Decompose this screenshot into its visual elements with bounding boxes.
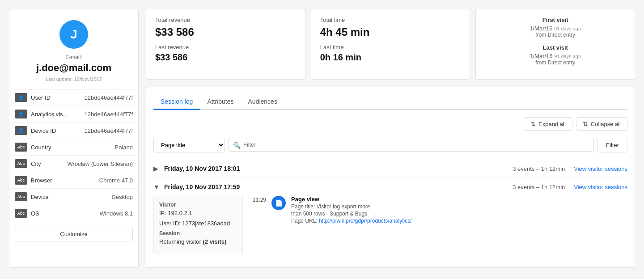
event-desc-2: than 500 rows - Support & Bugs xyxy=(291,211,627,217)
session-controls: ⇅ Expand all ⇅ Collapse all xyxy=(153,117,627,131)
total-revenue-label: Total revenue xyxy=(155,17,296,23)
last-visit-label: Last visit xyxy=(485,44,626,51)
session-label: Session xyxy=(159,230,237,237)
attr-icon-browser: Abc xyxy=(15,176,27,185)
session-header-2: ▼ Friday, 10 Nov 2017 17:59 3 events – 1… xyxy=(153,183,627,190)
event-icon-wrap: 📄 xyxy=(271,196,286,210)
collapse-all-label: Collapse all xyxy=(591,121,621,127)
attr-value-analytics-vis: 12bde46ae444f77f xyxy=(85,111,133,118)
attr-row-device-id: 👤Device ID12bde46ae444f77f xyxy=(9,123,138,139)
filter-button[interactable]: Filter xyxy=(597,138,627,152)
attr-name-city: City xyxy=(31,161,68,167)
session-events: 11:29 📄 Page view Page title: Visitor lo… xyxy=(250,196,627,254)
attr-row-country: AbcCountryPoland xyxy=(9,139,138,156)
view-sessions-link-2[interactable]: View visitor sessions xyxy=(574,184,627,190)
page-view-icon: 📄 xyxy=(275,199,283,207)
session-date-1: Friday, 10 Nov 2017 18:01 xyxy=(164,165,509,172)
avatar: J xyxy=(59,20,88,49)
customize-button[interactable]: Customize xyxy=(15,227,133,241)
last-visit-date: 1/Mar/16 91 days ago xyxy=(485,53,626,59)
attr-value-os: Windows 8.1 xyxy=(100,210,133,217)
attr-icon-device-id: 👤 xyxy=(15,126,27,135)
filter-row: Page title 🔍 Filter xyxy=(153,138,627,152)
attr-value-city: Wrocław (Lower Silesian) xyxy=(68,161,133,167)
attr-value-country: Poland xyxy=(115,144,133,151)
right-panel: Total revenue $33 586 Last revenue $33 5… xyxy=(146,9,635,268)
filter-input-wrap: 🔍 xyxy=(229,138,594,152)
attr-value-user-id: 12bde46ae444f77f xyxy=(85,94,133,101)
attr-value-device-id: 12bde46ae444f77f xyxy=(85,127,133,134)
visitor-label: Visitor xyxy=(159,202,237,208)
attr-icon-analytics-vis: 👤 xyxy=(15,110,27,118)
attr-value-device: Desktop xyxy=(111,194,133,200)
last-update: Last update: 10/Nov/2017 xyxy=(46,76,102,82)
session-meta-1: 3 events – 1h 12min xyxy=(513,165,565,172)
event-details: Page view Page title: Visitor log export… xyxy=(291,196,627,225)
email-value: j.doe@mail.com xyxy=(36,62,111,74)
attr-value-browser: Chrome 47.0 xyxy=(99,177,133,184)
first-visit-label: First visit xyxy=(485,17,626,23)
attr-name-os: OS xyxy=(31,210,100,217)
session-header-1: ▶ Friday, 10 Nov 2017 18:01 3 events – 1… xyxy=(153,165,627,172)
attr-name-user-id: User ID xyxy=(31,94,85,101)
expand-icon: ⇅ xyxy=(530,120,536,127)
visit-card: First visit 1/Mar/16 91 days ago from Di… xyxy=(475,9,635,80)
stats-row: Total revenue $33 586 Last revenue $33 5… xyxy=(146,9,635,80)
last-visit-source: from Direct entry xyxy=(485,59,626,66)
last-time-label: Last time xyxy=(320,44,461,51)
main-layout: J E-mail: j.doe@mail.com Last update: 10… xyxy=(0,0,644,277)
attr-row-os: AbcOSWindows 8.1 xyxy=(9,205,138,221)
attr-row-device: AbcDeviceDesktop xyxy=(9,189,138,205)
session-date-2: Friday, 10 Nov 2017 17:59 xyxy=(164,183,509,190)
attr-icon-country: Abc xyxy=(15,143,27,152)
collapse-all-button[interactable]: ⇅ Collapse all xyxy=(576,117,627,131)
view-sessions-link-1[interactable]: View visitor sessions xyxy=(574,165,627,172)
attr-icon-city: Abc xyxy=(15,159,27,168)
collapse-icon: ⇅ xyxy=(583,120,588,127)
session-item-2: ▼ Friday, 10 Nov 2017 17:59 3 events – 1… xyxy=(153,178,627,260)
visitor-section: Visitor IP: 192.0.2.1 User ID: 1273jste1… xyxy=(159,202,237,227)
tab-audiences[interactable]: Audiences xyxy=(241,94,284,110)
tab-session-log[interactable]: Session log xyxy=(153,94,200,110)
total-revenue-value: $33 586 xyxy=(155,26,296,38)
tab-attributes[interactable]: Attributes xyxy=(200,94,241,110)
search-icon: 🔍 xyxy=(233,142,241,149)
visitor-user-id: User ID: 1273jste1836adad xyxy=(159,220,237,227)
attr-name-browser: Browser xyxy=(31,177,99,184)
attr-row-browser: AbcBrowserChrome 47.0 xyxy=(9,172,138,189)
email-label: E-mail: xyxy=(65,54,82,60)
expand-all-button[interactable]: ⇅ Expand all xyxy=(524,117,572,131)
time-card: Total time 4h 45 min Last time 0h 16 min xyxy=(311,9,470,80)
last-revenue-label: Last revenue xyxy=(155,44,296,51)
attr-row-analytics-vis: 👤Analytics vis...12bde46ae444f77f xyxy=(9,106,138,123)
session-toggle-1[interactable]: ▶ xyxy=(153,165,161,172)
attr-name-country: Country xyxy=(31,144,115,151)
event-desc-1: Page title: Visitor log export more xyxy=(291,203,627,210)
first-visit-source: from Direct entry xyxy=(485,32,626,38)
filter-input[interactable] xyxy=(229,138,594,152)
attr-name-analytics-vis: Analytics vis... xyxy=(31,111,85,118)
last-time-value: 0h 16 min xyxy=(320,52,461,63)
session-expanded-2: Visitor IP: 192.0.2.1 User ID: 1273jste1… xyxy=(153,196,627,254)
event-url-row: Page URL: http://piwik.pro/gdpr/products… xyxy=(291,218,627,224)
session-section: Session Returning visitor (2 visits) xyxy=(159,230,237,245)
attr-row-city: AbcCityWrocław (Lower Silesian) xyxy=(9,156,138,172)
event-time: 11:29 xyxy=(250,196,266,203)
event-url-link[interactable]: http://piwik.pro/gdpr/products/analytics… xyxy=(319,218,411,224)
revenue-card: Total revenue $33 586 Last revenue $33 5… xyxy=(146,9,305,80)
first-visit-date: 1/Mar/16 91 days ago xyxy=(485,25,626,32)
attr-row-user-id: 👤User ID12bde46ae444f77f xyxy=(9,89,138,106)
total-time-label: Total time xyxy=(320,17,461,23)
attr-name-device-id: Device ID xyxy=(31,127,85,134)
tabs: Session log Attributes Audiences xyxy=(153,94,627,110)
event-title: Page view xyxy=(291,196,627,203)
total-time-value: 4h 45 min xyxy=(320,26,461,38)
filter-select[interactable]: Page title xyxy=(153,138,225,152)
attr-icon-os: Abc xyxy=(15,209,27,218)
profile-section: J E-mail: j.doe@mail.com Last update: 10… xyxy=(9,9,138,89)
session-item-1: ▶ Friday, 10 Nov 2017 18:01 3 events – 1… xyxy=(153,160,627,178)
session-meta-2: 3 events – 1h 12min xyxy=(513,184,565,190)
visitor-ip: IP: 192.0.2.1 xyxy=(159,210,237,216)
session-toggle-2[interactable]: ▼ xyxy=(153,183,161,190)
expand-all-label: Expand all xyxy=(538,121,566,127)
